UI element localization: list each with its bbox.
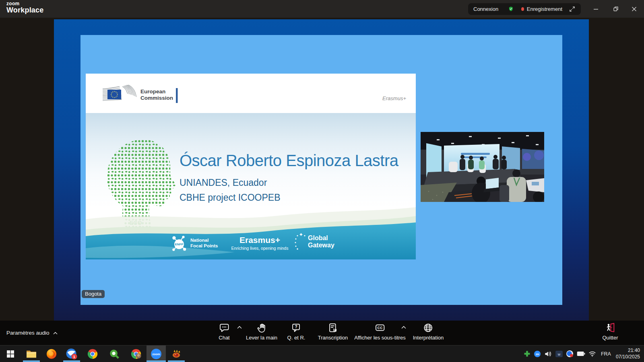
slide-body: ECO Óscar Roberto Espinoza Lastra UNIAND… [86, 113, 416, 259]
signin-button[interactable]: Connexion [473, 6, 498, 12]
thunderbird-button[interactable]: 1 [62, 346, 81, 362]
globe-icon [423, 323, 433, 333]
zoom-app-button[interactable]: zoom [147, 346, 166, 362]
chrome-button[interactable] [83, 346, 102, 362]
video-location-label: Bogota [82, 290, 105, 298]
european-commission-logo: European Commission [101, 83, 182, 108]
start-button[interactable] [1, 346, 20, 362]
qgis-icon [109, 348, 120, 360]
tray-wifi-icon[interactable] [588, 351, 596, 357]
captions-menu-chevron[interactable] [401, 325, 406, 329]
tray-battery-icon[interactable] [577, 351, 585, 357]
language-indicator[interactable]: FRA [601, 351, 611, 357]
ec-logo-line1: European [140, 88, 165, 95]
cc-glyph: CC [377, 326, 382, 330]
close-button[interactable] [625, 0, 643, 18]
windows-logo-icon [7, 350, 14, 358]
titlebar: zoom Workplace Connexion Enregistrement [0, 0, 644, 18]
qa-button[interactable]: ? Q. et R. [287, 323, 305, 341]
svg-text:w: w [557, 352, 561, 356]
xnview-button[interactable] [167, 346, 186, 362]
slide-title: Óscar Roberto Espinoza Lastra [180, 152, 398, 170]
meeting-status-pill: Connexion Enregistrement [468, 3, 581, 15]
tray-color-app-icon[interactable] [566, 350, 574, 358]
app-logo: zoom Workplace [6, 1, 44, 14]
file-explorer-icon [26, 349, 37, 359]
restore-button[interactable] [607, 0, 625, 18]
tray-volume-icon[interactable] [544, 350, 552, 358]
conference-room-video-tile[interactable] [421, 132, 544, 202]
erasmus-name: Erasmus+ [225, 235, 295, 245]
transcription-button[interactable]: Transcription [318, 323, 348, 341]
transcript-icon [328, 323, 338, 333]
audio-settings-button[interactable]: Paramètres audio [6, 321, 58, 345]
firefox-icon [46, 348, 57, 360]
mail-badge: 1 [73, 354, 76, 358]
chat-menu-chevron[interactable] [237, 325, 242, 329]
chat-bubble-icon [219, 323, 229, 333]
enfp-badge-text: ENFP [175, 243, 184, 246]
file-explorer-button[interactable] [22, 346, 41, 362]
recording-dot [521, 7, 524, 11]
slide-subtitle-affiliation: UNIANDES, Ecuador [180, 177, 267, 188]
tray-health-icon[interactable] [524, 350, 530, 357]
firefox-button[interactable] [42, 346, 61, 362]
ec-logo-line2: Commission [140, 95, 173, 101]
chrome-profile-button[interactable] [126, 346, 146, 362]
qa-glyph: ? [295, 325, 297, 329]
raised-hand-icon [256, 323, 267, 333]
windows-taskbar: 1 [0, 345, 644, 362]
thunderbird-icon: 1 [66, 348, 78, 360]
taskbar-clock[interactable]: 21:40 07/10/2025 [616, 348, 640, 360]
zoom-app-icon: zoom [150, 348, 162, 360]
leave-meeting-button[interactable]: Quitter [602, 323, 618, 341]
slide-erasmus-header: Erasmus+ [382, 95, 406, 101]
question-answer-icon: ? [291, 323, 301, 333]
brand-workplace: Workplace [6, 6, 44, 14]
erasmus-logo: Erasmus+ Enriching lives, opening minds [225, 235, 295, 251]
enfp-molecule-icon: ENFP [170, 234, 188, 252]
gateway-line1: Global [308, 234, 334, 242]
enfp-logo: ENFP National Focal Points [170, 234, 218, 252]
slide-header-band: European Commission Erasmus+ [86, 74, 416, 113]
raise-hand-button[interactable]: Lever la main [246, 323, 277, 341]
tray-wacom-icon[interactable]: w [555, 351, 563, 357]
shared-desktop: European Commission Erasmus+ [80, 35, 562, 305]
tray-zoom-icon[interactable]: zm [534, 350, 541, 358]
interpretation-button[interactable]: Interprétation [413, 323, 444, 341]
fullscreen-expand-icon[interactable] [569, 6, 576, 12]
security-shield-icon[interactable] [508, 5, 514, 13]
xnview-icon [171, 349, 182, 359]
zoom-workplace-window: zoom Workplace Connexion Enregistrement [0, 0, 644, 362]
audio-settings-label: Paramètres audio [6, 330, 50, 336]
slide-footer-logos: ENFP National Focal Points Erasmus+ Enri… [86, 223, 416, 259]
system-tray: zm w [524, 346, 640, 362]
svg-text:zm: zm [536, 352, 539, 355]
chat-button[interactable]: Chat [219, 323, 229, 341]
erasmus-tagline: Enriching lives, opening minds [225, 246, 295, 251]
chrome-profile-icon [130, 348, 142, 360]
qgis-button[interactable] [105, 346, 124, 362]
gateway-stars-icon [294, 232, 308, 251]
global-gateway-logo: Global Gateway [294, 232, 334, 251]
meeting-content-area: European Commission Erasmus+ [0, 18, 644, 321]
screen-share-region: European Commission Erasmus+ [54, 19, 589, 321]
presentation-slide: European Commission Erasmus+ [86, 74, 416, 259]
brand-zoom: zoom [6, 1, 44, 6]
recording-indicator[interactable]: Enregistrement [527, 6, 562, 12]
meeting-toolbar: Paramètres audio Chat [0, 321, 644, 345]
chevron-up-icon [53, 331, 58, 335]
enfp-name-line1: National [190, 237, 218, 243]
leave-door-icon [605, 323, 615, 333]
chrome-icon [87, 348, 98, 360]
minimize-button[interactable] [586, 0, 605, 18]
gateway-line2: Gateway [308, 242, 334, 249]
captions-button[interactable]: CC Afficher les sous-titres [354, 323, 406, 341]
clock-date: 07/10/2025 [616, 354, 640, 360]
enfp-name-line2: Focal Points [190, 243, 218, 249]
closed-captions-icon: CC [375, 323, 385, 333]
zoom-icon-label: zoom [152, 352, 160, 356]
clock-time: 21:40 [616, 348, 640, 354]
